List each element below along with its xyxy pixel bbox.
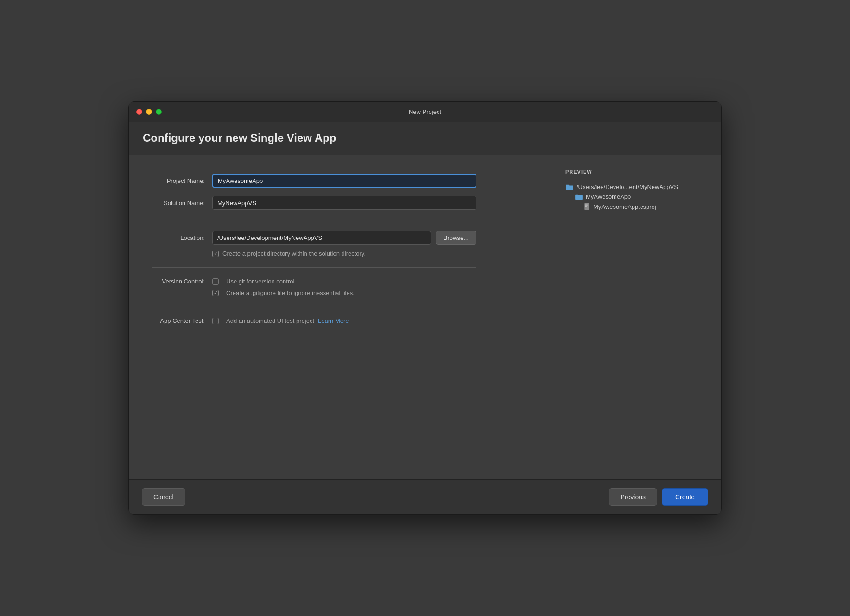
divider-2: [152, 267, 476, 268]
location-label: Location:: [152, 234, 212, 241]
title-bar: New Project: [129, 102, 721, 122]
svg-rect-2: [585, 205, 588, 206]
previous-button[interactable]: Previous: [609, 488, 657, 506]
title-bar-controls: [136, 109, 162, 115]
header: Configure your new Single View App: [129, 122, 721, 155]
content-area: Project Name: Solution Name: Location: B…: [129, 155, 721, 479]
maximize-button[interactable]: [156, 109, 162, 115]
window: New Project Configure your new Single Vi…: [128, 101, 722, 515]
use-git-row: Use git for version control.: [212, 278, 355, 285]
footer-right: Previous Create: [609, 488, 709, 506]
divider-1: [152, 220, 476, 220]
solution-name-input[interactable]: [212, 196, 476, 210]
create-gitignore-row: Create a .gitignore file to ignore iness…: [212, 289, 355, 296]
create-dir-label: Create a project directory within the so…: [222, 250, 366, 257]
footer: Cancel Previous Create: [129, 479, 721, 514]
create-dir-row: Create a project directory within the so…: [212, 250, 476, 257]
preview-title: PREVIEW: [565, 169, 710, 175]
app-center-checkbox[interactable]: [212, 318, 219, 324]
project-name-row: Project Name:: [152, 174, 476, 188]
create-dir-checkbox[interactable]: [212, 251, 219, 257]
browse-button[interactable]: Browse...: [436, 231, 476, 245]
use-git-label: Use git for version control.: [226, 278, 296, 285]
learn-more-link[interactable]: Learn More: [318, 317, 349, 324]
tree-item-csproj: MyAwesomeApp.csproj: [584, 201, 710, 212]
window-title: New Project: [409, 108, 441, 115]
version-control-row: Version Control: Use git for version con…: [152, 278, 476, 296]
app-center-label: App Center Test:: [152, 317, 212, 324]
minimize-button[interactable]: [146, 109, 152, 115]
folder-icon-root: [565, 184, 574, 190]
solution-name-row: Solution Name:: [152, 196, 476, 210]
tree-label-app: MyAwesomeApp: [586, 193, 631, 200]
tree-label-root: /Users/lee/Develo...ent/MyNewAppVS: [577, 183, 678, 190]
tree-item-root: /Users/lee/Develo...ent/MyNewAppVS: [565, 182, 710, 192]
project-name-input[interactable]: [212, 174, 476, 188]
app-center-row: App Center Test: Add an automated UI tes…: [152, 317, 476, 324]
form-section: Project Name: Solution Name: Location: B…: [152, 174, 476, 324]
main-panel: Project Name: Solution Name: Location: B…: [129, 155, 554, 479]
tree-label-csproj: MyAwesomeApp.csproj: [593, 203, 656, 210]
create-gitignore-label: Create a .gitignore file to ignore iness…: [226, 289, 355, 296]
app-center-checkbox-row: Add an automated UI test project Learn M…: [212, 317, 349, 324]
close-button[interactable]: [136, 109, 142, 115]
version-control-label: Version Control:: [152, 278, 212, 285]
add-ui-test-label: Add an automated UI test project: [226, 317, 314, 324]
location-input[interactable]: [212, 231, 431, 245]
create-button[interactable]: Create: [662, 488, 708, 506]
cancel-button[interactable]: Cancel: [142, 488, 185, 506]
folder-icon-app: [575, 194, 583, 200]
solution-name-label: Solution Name:: [152, 200, 212, 207]
file-icon-csproj: [584, 203, 590, 210]
tree-item-app: MyAwesomeApp: [575, 192, 710, 201]
divider-3: [152, 307, 476, 307]
create-gitignore-checkbox[interactable]: [212, 290, 219, 296]
location-row: Location: Browse...: [152, 231, 476, 245]
page-title: Configure your new Single View App: [143, 132, 707, 145]
side-panel: PREVIEW /Users/lee/Develo...ent/MyNewApp…: [554, 155, 721, 479]
use-git-checkbox[interactable]: [212, 278, 219, 285]
svg-rect-3: [585, 206, 587, 207]
project-name-label: Project Name:: [152, 177, 212, 184]
svg-rect-1: [585, 205, 588, 205]
